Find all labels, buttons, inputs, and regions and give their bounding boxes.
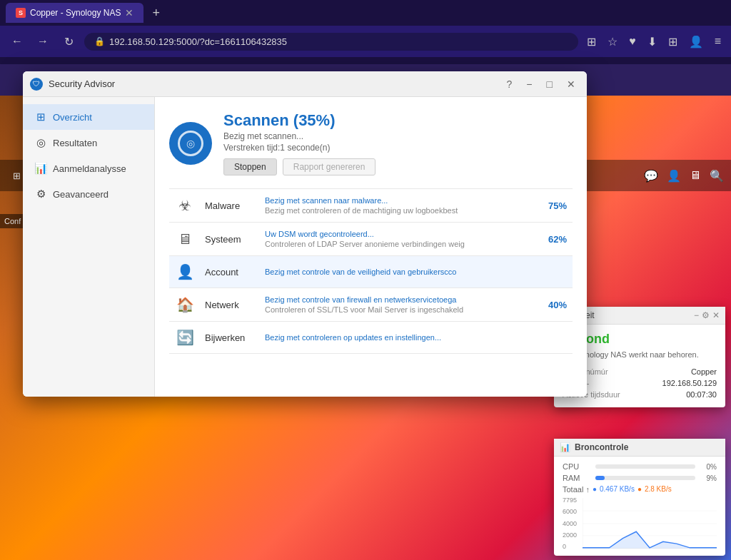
sy-chat-icon[interactable]: 💬 (644, 169, 658, 183)
update-label: Bijwerken (205, 332, 255, 343)
report-button[interactable]: Rapport genereren (283, 158, 376, 175)
tab-bar: S Copper - Synology NAS ✕ + (0, 0, 731, 26)
scan-row-account: 👤 Account Bezig met controle van de veil… (169, 255, 573, 287)
grid-icon[interactable]: ⊞ (584, 32, 599, 51)
broncontrole-body: CPU 0% RAM 9% Totaal ↑ ● 0.467 KB/s ● 2.… (554, 457, 725, 556)
speed1: ● (593, 485, 597, 494)
sidebar-item-advanced[interactable]: ⚙ Geavanceerd (23, 181, 154, 207)
results-icon: ◎ (34, 136, 47, 149)
system-detail1: Uw DSM wordt gecontroleerd... (265, 230, 531, 238)
total-label: Totaal ↑ (563, 485, 590, 494)
new-tab-button[interactable]: + (146, 3, 166, 24)
stop-button[interactable]: Stoppen (223, 158, 277, 175)
scan-rows: ☣ Malware Bezig met scannen naar malware… (169, 188, 573, 354)
overview-icon: ⊞ (34, 111, 47, 123)
speed2-icon: ● (637, 485, 642, 494)
system-detail2: Controleren of LDAP Server anonieme verb… (265, 240, 508, 248)
cpu-pct: 0% (700, 463, 717, 471)
integriteit-settings[interactable]: ⚙ (702, 310, 710, 320)
extensions-icon[interactable]: ⊞ (665, 32, 680, 51)
sidebar-item-loginanalysis[interactable]: 📊 Aanmeldanalysse (23, 156, 154, 181)
profile-icon[interactable]: 👤 (686, 32, 706, 51)
integriteit-minimize[interactable]: − (694, 310, 699, 320)
network-detail: Bezig met controle van firewall en netwe… (265, 295, 531, 314)
sa-maximize-button[interactable]: □ (543, 77, 557, 91)
sa-help-button[interactable]: ? (503, 77, 517, 91)
account-detail1: Bezig met controle van de veiligheid van… (265, 268, 531, 276)
sa-minimize-button[interactable]: − (522, 77, 536, 91)
account-detail: Bezig met controle van de veiligheid van… (265, 268, 531, 276)
scan-progress-circle: ◎ (169, 122, 212, 165)
sy-search-icon[interactable]: 🔍 (710, 169, 724, 183)
active-tab[interactable]: S Copper - Synology NAS ✕ (6, 3, 143, 23)
cpu-label: CPU (563, 462, 591, 471)
sa-title-text: Security Advisor (49, 78, 497, 89)
integriteit-close[interactable]: ✕ (712, 310, 720, 320)
account-label: Account (205, 267, 255, 278)
sa-title-icon: 🛡 (30, 78, 43, 91)
sidebar-label-overview: Overzicht (53, 112, 92, 123)
svg-marker-5 (583, 531, 717, 549)
conf-label: Conf (0, 214, 25, 228)
browser-chrome: S Copper - Synology NAS ✕ + ← → ↻ 🔒 192.… (0, 0, 731, 64)
address-bar[interactable]: 🔒 192.168.50.129:5000/?dc=1661106432835 (84, 33, 578, 51)
scan-row-network: 🏠 Netwerk Bezig met controle van firewal… (169, 287, 573, 321)
sy-taskbar-right: 💬 👤 🖥 🔍 (644, 169, 724, 183)
network-detail2: Controleren of SSL/TLS voor Mail Server … (265, 305, 508, 314)
integriteit-controls: − ⚙ ✕ (694, 310, 720, 320)
sidebar-label-results: Resultaten (53, 138, 97, 148)
sidebar-item-overview[interactable]: ⊞ Overzicht (23, 104, 154, 130)
scan-circle-inner: ◎ (178, 131, 203, 156)
sidebar-label-advanced: Geavanceerd (53, 189, 109, 200)
reload-button[interactable]: ↻ (59, 31, 79, 51)
cpu-bar-bg (595, 464, 695, 469)
network-detail1: Bezig met controle van firewall en netwe… (265, 295, 531, 304)
forward-button[interactable]: → (33, 31, 53, 51)
total-row: Totaal ↑ ● 0.467 KB/s ● 2.8 KB/s (563, 485, 717, 494)
sidebar-label-loginanalysis: Aanmeldanalysse (53, 163, 126, 174)
ram-label: RAM (563, 474, 591, 482)
broncontrole-titlebar: 📊 Broncontrole (554, 439, 725, 457)
scan-header: ◎ Scannen (35%) Bezig met scannen... Ver… (169, 111, 573, 175)
sa-sidebar: ⊞ Overzicht ◎ Resultaten 📊 Aanmeldanalys… (23, 97, 155, 397)
toolbar-icons: ⊞ ☆ ♥ ⬇ ⊞ 👤 ≡ (584, 32, 724, 51)
malware-icon: ☣ (175, 197, 195, 214)
star-icon[interactable]: ☆ (605, 32, 620, 51)
account-icon: 👤 (175, 263, 195, 280)
scan-info: Scannen (35%) Bezig met scannen... Verst… (223, 111, 375, 175)
address-text: 192.168.50.129:5000/?dc=1661106432835 (109, 36, 287, 47)
system-label: Systeem (205, 234, 255, 245)
scan-actions: Stoppen Rapport genereren (223, 158, 375, 175)
scan-row-update: 🔄 Bijwerken Bezig met controleren op upd… (169, 321, 573, 354)
sa-close-button[interactable]: ✕ (563, 77, 580, 91)
advanced-icon: ⚙ (34, 188, 47, 200)
scan-title: Scannen (35%) (223, 111, 375, 130)
scan-row-malware: ☣ Malware Bezig met scannen naar malware… (169, 188, 573, 222)
loginanalysis-icon: 📊 (34, 162, 47, 175)
more-icon[interactable]: ≡ (712, 32, 724, 51)
network-chart-svg (583, 497, 717, 550)
uptime-value: 00:07:30 (686, 390, 717, 399)
network-label: Netwerk (205, 300, 255, 310)
malware-pct: 75% (541, 200, 567, 211)
broncontrole-title: Broncontrole (575, 442, 628, 452)
sa-body: ⊞ Overzicht ◎ Resultaten 📊 Aanmeldanalys… (23, 97, 587, 397)
sa-window-controls: ? − □ ✕ (503, 77, 580, 91)
sa-titlebar: 🛡 Security Advisor ? − □ ✕ (23, 71, 587, 97)
sy-display-icon[interactable]: 🖥 (690, 169, 701, 182)
speed2-value: 2.8 KB/s (645, 485, 672, 494)
scan-subtitle: Bezig met scannen... (223, 131, 375, 141)
update-icon: 🔄 (175, 329, 195, 346)
back-button[interactable]: ← (7, 31, 27, 51)
sidebar-item-results[interactable]: ◎ Resultaten (23, 130, 154, 156)
ram-pct: 9% (700, 474, 717, 482)
y-label-4000: 4000 (563, 520, 577, 527)
ram-bar-bg (595, 476, 695, 480)
lock-icon: 🔒 (94, 36, 105, 46)
system-detail: Uw DSM wordt gecontroleerd... Controlere… (265, 230, 531, 248)
sy-user-icon[interactable]: 👤 (667, 169, 681, 183)
bookmark-icon[interactable]: ♥ (626, 32, 639, 51)
tab-close-button[interactable]: ✕ (125, 7, 133, 19)
download-icon[interactable]: ⬇ (645, 32, 660, 51)
broncontrole-chart: 7795 6000 4000 2000 0 (563, 497, 717, 550)
